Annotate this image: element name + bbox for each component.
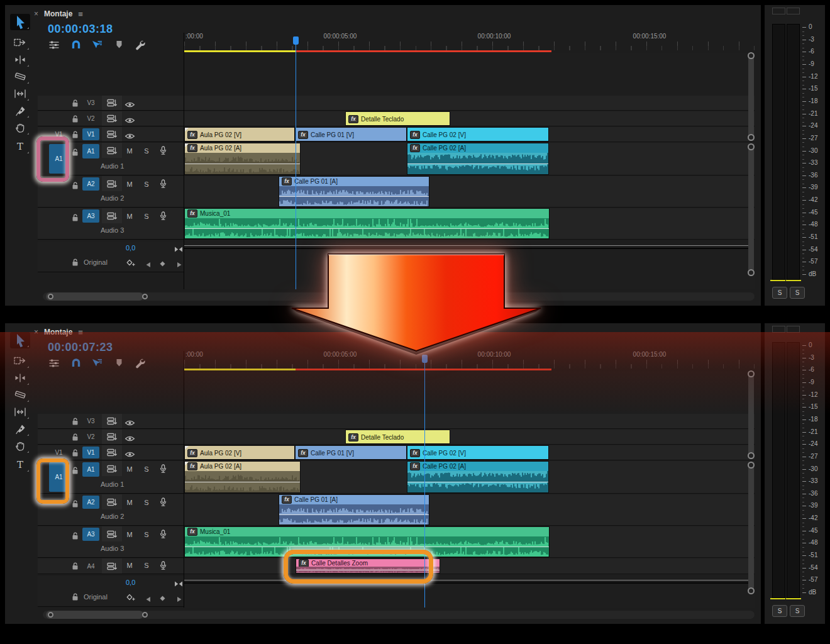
track-name-label[interactable]: Audio 2 bbox=[101, 194, 124, 202]
master-track-label[interactable]: Original bbox=[84, 593, 108, 601]
voiceover-mic-icon[interactable] bbox=[160, 146, 167, 158]
track-lock-icon[interactable] bbox=[71, 448, 79, 460]
track-visibility-eye-icon[interactable] bbox=[124, 433, 135, 445]
track-lock-icon[interactable] bbox=[71, 114, 79, 126]
vertical-scrollbar-video[interactable] bbox=[748, 373, 754, 455]
track-target-label[interactable]: V3 bbox=[82, 97, 99, 109]
track-name-label[interactable]: Audio 3 bbox=[101, 226, 124, 234]
voiceover-mic-icon[interactable] bbox=[160, 464, 167, 476]
razor-tool[interactable] bbox=[10, 69, 30, 85]
razor-tool[interactable] bbox=[10, 387, 30, 403]
horizontal-scroll-thumb[interactable] bbox=[46, 611, 143, 619]
sync-lock-icon[interactable] bbox=[102, 96, 122, 110]
horizontal-scrollbar[interactable] bbox=[43, 611, 755, 619]
selection-tool[interactable] bbox=[10, 332, 30, 348]
pen-tool[interactable] bbox=[10, 103, 30, 119]
track-name-label[interactable]: Audio 1 bbox=[101, 480, 124, 488]
track-lock-icon[interactable] bbox=[71, 433, 79, 444]
vscroll-handle[interactable] bbox=[748, 370, 755, 377]
tab-title[interactable]: Montaje bbox=[44, 9, 72, 18]
sync-lock-icon[interactable] bbox=[102, 176, 122, 191]
track-visibility-eye-icon[interactable] bbox=[124, 131, 135, 142]
pen-tool[interactable] bbox=[10, 421, 30, 437]
solo-left-button[interactable]: S bbox=[772, 287, 787, 299]
track-lock-icon[interactable] bbox=[71, 130, 79, 142]
vscroll-handle[interactable] bbox=[748, 52, 755, 59]
track-lock-icon[interactable] bbox=[71, 592, 79, 604]
track-lock-icon[interactable] bbox=[71, 531, 79, 543]
timeline-clip[interactable]: fxCalle PG 01 [V] bbox=[295, 127, 407, 142]
track-lock-icon[interactable] bbox=[71, 499, 79, 511]
source-patch-label[interactable]: V1 bbox=[49, 445, 69, 460]
hand-tool[interactable] bbox=[10, 119, 30, 136]
sync-lock-icon[interactable] bbox=[102, 558, 122, 574]
voiceover-mic-icon[interactable] bbox=[160, 211, 167, 223]
settings-wrench-icon[interactable] bbox=[132, 38, 147, 52]
vscroll-handle[interactable] bbox=[748, 462, 755, 469]
video-track-lane[interactable]: fxDetalle Teclado bbox=[184, 430, 755, 445]
track-visibility-eye-icon[interactable] bbox=[124, 418, 135, 429]
close-icon[interactable]: × bbox=[34, 9, 38, 18]
timeline-clip[interactable]: fxCalle PG 02 [A] bbox=[407, 461, 549, 493]
audio-track-lane[interactable]: fxAula PG 02 [A]fxCalle PG 02 [A] bbox=[184, 143, 755, 175]
scroll-handle-left[interactable] bbox=[48, 294, 53, 299]
timeline-clip[interactable]: fxCalle PG 02 [V] bbox=[407, 127, 549, 142]
slip-tool[interactable] bbox=[10, 86, 30, 102]
track-target-button[interactable]: A2 bbox=[82, 177, 99, 191]
volume-rubber-band[interactable] bbox=[279, 514, 429, 515]
track-lock-icon[interactable] bbox=[71, 466, 79, 477]
track-target-label[interactable]: V2 bbox=[82, 113, 99, 125]
track-target-label[interactable]: V2 bbox=[82, 431, 99, 443]
audio-track-lane[interactable]: fxAula PG 02 [A]fxCalle PG 02 [A] bbox=[184, 461, 755, 494]
track-lock-icon[interactable] bbox=[71, 417, 79, 428]
previous-keyframe-icon[interactable] bbox=[145, 259, 151, 270]
track-target-label[interactable]: V3 bbox=[82, 415, 99, 427]
snap-icon[interactable] bbox=[69, 38, 84, 52]
track-target-label[interactable]: A4 bbox=[82, 560, 99, 572]
video-track-lane[interactable]: fxAula PG 02 [V]fxCalle PG 01 [V]fxCalle… bbox=[184, 445, 755, 460]
ripple-edit-tool[interactable] bbox=[10, 370, 30, 386]
timeline-display-settings-icon[interactable] bbox=[47, 38, 62, 52]
track-visibility-eye-icon[interactable] bbox=[124, 115, 135, 126]
solo-left-button[interactable]: S bbox=[772, 605, 787, 617]
sync-lock-icon[interactable] bbox=[102, 208, 122, 223]
timeline-clip[interactable]: fxCalle PG 02 [V] bbox=[407, 445, 549, 460]
scroll-handle-right[interactable] bbox=[142, 294, 148, 299]
solo-button[interactable]: S bbox=[141, 531, 152, 538]
audio-track-lane[interactable]: fxCalle PG 01 [A] bbox=[184, 176, 755, 208]
vscroll-handle[interactable] bbox=[748, 269, 755, 276]
voiceover-mic-icon[interactable] bbox=[160, 561, 167, 573]
voiceover-mic-icon[interactable] bbox=[160, 179, 167, 191]
timeline-clip[interactable]: fxMusica_01 bbox=[184, 208, 550, 239]
previous-keyframe-icon[interactable] bbox=[145, 594, 151, 605]
timeline-clip[interactable]: fxDetalle Teclado bbox=[345, 430, 450, 444]
master-volume-line[interactable] bbox=[184, 580, 750, 580]
hand-tool[interactable] bbox=[10, 438, 30, 454]
solo-button[interactable]: S bbox=[141, 562, 152, 569]
volume-rubber-band[interactable] bbox=[407, 482, 548, 482]
solo-button[interactable]: S bbox=[141, 213, 152, 220]
sync-lock-icon[interactable] bbox=[102, 526, 122, 541]
mute-button[interactable]: M bbox=[124, 562, 135, 569]
master-level-value[interactable]: 0,0 bbox=[126, 244, 135, 252]
next-keyframe-icon[interactable] bbox=[177, 259, 182, 270]
track-target-button[interactable]: A2 bbox=[82, 496, 99, 509]
track-lock-icon[interactable] bbox=[71, 181, 79, 192]
scroll-handle-left[interactable] bbox=[48, 612, 53, 618]
master-track-label[interactable]: Original bbox=[84, 258, 108, 266]
track-name-label[interactable]: Audio 1 bbox=[101, 162, 124, 170]
playhead-timecode[interactable]: 00:00:07:23 bbox=[48, 341, 113, 354]
panel-tab[interactable]: ×Montaje≡ bbox=[34, 8, 83, 20]
marker-icon[interactable] bbox=[111, 356, 126, 370]
add-keyframe-icon[interactable] bbox=[126, 592, 135, 604]
mute-button[interactable]: M bbox=[124, 531, 135, 538]
sync-lock-icon[interactable] bbox=[102, 430, 122, 444]
timeline-clip[interactable]: fxAula PG 02 [A] bbox=[184, 143, 301, 175]
video-track-lane[interactable]: fxAula PG 02 [V]fxCalle PG 01 [V]fxCalle… bbox=[184, 127, 755, 142]
track-select-forward-tool[interactable] bbox=[10, 35, 30, 51]
selection-tool[interactable] bbox=[10, 14, 30, 30]
timeline-clip[interactable]: fxAula PG 02 [V] bbox=[184, 127, 295, 142]
voiceover-mic-icon[interactable] bbox=[160, 530, 167, 541]
volume-rubber-band[interactable] bbox=[279, 196, 429, 197]
audio-track-lane[interactable]: fxMusica_01 bbox=[184, 526, 755, 558]
